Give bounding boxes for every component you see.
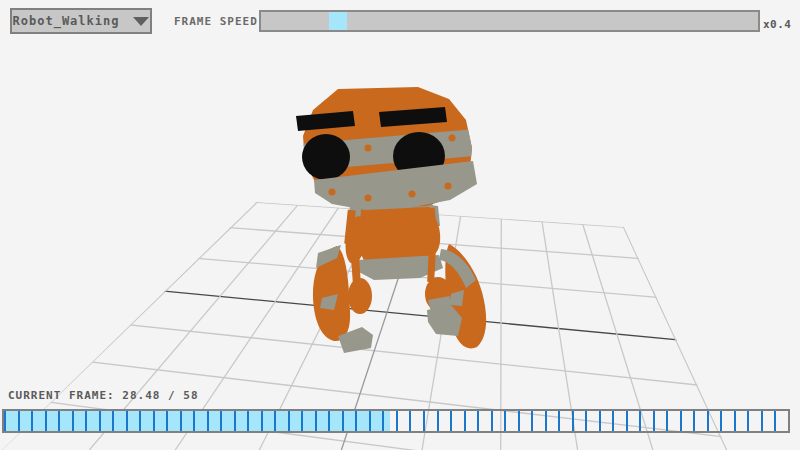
animation-dropdown-value: Robot_Walking [13, 14, 120, 28]
frame-cell[interactable] [411, 411, 425, 431]
frame-cell[interactable] [574, 411, 588, 431]
frame-cell[interactable] [466, 411, 480, 431]
frame-cell[interactable] [263, 411, 277, 431]
frame-cell[interactable] [33, 411, 47, 431]
frame-cell[interactable] [493, 411, 507, 431]
frame-cell[interactable] [47, 411, 61, 431]
frame-cell[interactable] [384, 411, 398, 431]
frame-cell[interactable] [695, 411, 709, 431]
frame-speed-slider[interactable] [259, 10, 760, 32]
frame-timeline[interactable] [2, 409, 790, 433]
frame-cell[interactable] [425, 411, 439, 431]
frame-cell[interactable] [303, 411, 317, 431]
frame-cell[interactable] [4, 411, 20, 431]
frame-cell[interactable] [317, 411, 331, 431]
frame-speed-handle[interactable] [329, 12, 347, 30]
frame-cell[interactable] [560, 411, 574, 431]
frame-cell[interactable] [182, 411, 196, 431]
robot-head [296, 87, 477, 210]
frame-cell[interactable] [371, 411, 385, 431]
frame-cell[interactable] [587, 411, 601, 431]
animation-dropdown[interactable]: Robot_Walking [10, 8, 152, 34]
frame-cell[interactable] [87, 411, 101, 431]
frame-cell[interactable] [655, 411, 669, 431]
frame-cell[interactable] [276, 411, 290, 431]
frame-cell[interactable] [101, 411, 115, 431]
frame-cell[interactable] [141, 411, 155, 431]
frame-cell[interactable] [168, 411, 182, 431]
frame-cell[interactable] [520, 411, 534, 431]
frame-cell[interactable] [60, 411, 74, 431]
frame-cell[interactable] [236, 411, 250, 431]
frame-cell[interactable] [533, 411, 547, 431]
frame-cell[interactable] [330, 411, 344, 431]
frame-cell[interactable] [344, 411, 358, 431]
frame-cell[interactable] [722, 411, 736, 431]
frame-cell[interactable] [155, 411, 169, 431]
frame-speed-value: x0.4 [763, 18, 792, 31]
frame-speed-label: FRAME SPEED: [174, 15, 265, 28]
frame-cell[interactable] [290, 411, 304, 431]
frame-cell[interactable] [682, 411, 696, 431]
frame-cell[interactable] [506, 411, 520, 431]
frame-cell[interactable] [195, 411, 209, 431]
frame-cell[interactable] [398, 411, 412, 431]
frame-cell[interactable] [628, 411, 642, 431]
frame-cell[interactable] [749, 411, 763, 431]
frame-cell[interactable] [776, 411, 788, 431]
frame-cell[interactable] [668, 411, 682, 431]
frame-cell[interactable] [736, 411, 750, 431]
current-frame-label: CURRENT FRAME: 28.48 / 58 [8, 389, 199, 402]
frame-cell[interactable] [439, 411, 453, 431]
frame-cell[interactable] [641, 411, 655, 431]
frame-cell[interactable] [20, 411, 34, 431]
frame-cell[interactable] [249, 411, 263, 431]
frame-cell[interactable] [763, 411, 777, 431]
frame-cell[interactable] [357, 411, 371, 431]
frame-cell[interactable] [114, 411, 128, 431]
grid-axis-line [0, 276, 800, 352]
frame-cell[interactable] [479, 411, 493, 431]
frame-cell[interactable] [222, 411, 236, 431]
robot-left-arm [313, 245, 350, 341]
frame-cell[interactable] [601, 411, 615, 431]
frame-cell[interactable] [709, 411, 723, 431]
viewport-3d[interactable] [0, 0, 800, 450]
chevron-down-icon [133, 17, 149, 26]
frame-cell[interactable] [452, 411, 466, 431]
frame-cell[interactable] [547, 411, 561, 431]
frame-cell[interactable] [614, 411, 628, 431]
robot-left-eye [302, 134, 350, 180]
frame-cell[interactable] [74, 411, 88, 431]
frame-cell[interactable] [209, 411, 223, 431]
frame-cell[interactable] [128, 411, 142, 431]
